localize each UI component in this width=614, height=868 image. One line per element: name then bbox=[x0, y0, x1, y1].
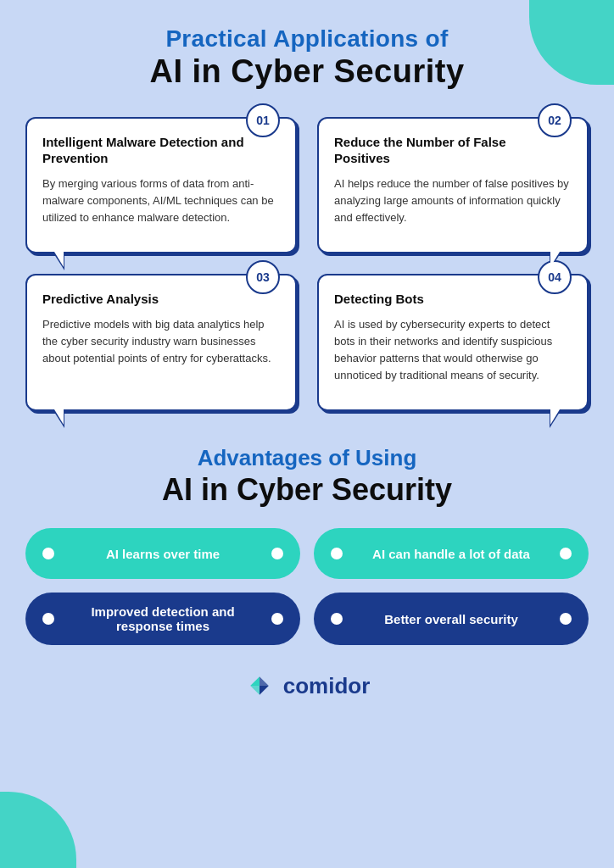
logo-text: comidor bbox=[283, 673, 371, 699]
card-1: 01 Intelligent Malware Detection and Pre… bbox=[25, 117, 297, 253]
advantages-header: Advantages of Using AI in Cyber Security bbox=[25, 445, 589, 508]
pill-dot-left-4 bbox=[331, 613, 343, 625]
advantage-pill-3: Improved detection and response times bbox=[25, 593, 300, 645]
card-number-1: 01 bbox=[246, 103, 280, 137]
card-text-3: Predictive models with big data analytic… bbox=[42, 316, 280, 367]
advantages-section: Advantages of Using AI in Cyber Security… bbox=[25, 445, 589, 645]
advantage-pill-4: Better overall security bbox=[314, 593, 589, 645]
advantage-text-4: Better overall security bbox=[351, 612, 551, 626]
footer: comidor bbox=[25, 670, 589, 701]
header-title: AI in Cyber Security bbox=[25, 53, 589, 92]
pill-dot-right-1 bbox=[271, 548, 283, 559]
comidor-logo-icon bbox=[244, 670, 275, 701]
svg-marker-2 bbox=[260, 676, 269, 686]
blob-bottom-left bbox=[0, 792, 76, 868]
pill-dot-right-3 bbox=[271, 613, 283, 625]
advantage-pill-1: AI learns over time bbox=[25, 528, 300, 579]
card-text-1: By merging various forms of data from an… bbox=[42, 175, 280, 226]
card-text-2: AI helps reduce the number of false posi… bbox=[334, 175, 572, 226]
card-title-1: Intelligent Malware Detection and Preven… bbox=[42, 134, 263, 167]
svg-marker-1 bbox=[260, 686, 269, 695]
advantages-grid: AI learns over time AI can handle a lot … bbox=[25, 528, 589, 645]
pill-dot-right-4 bbox=[560, 613, 572, 625]
pill-dot-left-2 bbox=[331, 548, 343, 559]
card-number-3: 03 bbox=[246, 260, 280, 294]
page-header: Practical Applications of AI in Cyber Se… bbox=[25, 25, 589, 92]
pill-dot-right-2 bbox=[560, 548, 572, 559]
svg-marker-0 bbox=[250, 676, 260, 686]
advantage-text-2: AI can handle a lot of data bbox=[351, 547, 551, 561]
card-title-3: Predictive Analysis bbox=[42, 291, 263, 308]
pill-dot-left-1 bbox=[42, 548, 54, 559]
advantage-text-3: Improved detection and response times bbox=[63, 604, 263, 633]
card-number-2: 02 bbox=[538, 103, 572, 137]
card-text-4: AI is used by cybersecurity experts to d… bbox=[334, 316, 572, 385]
advantages-title: AI in Cyber Security bbox=[25, 471, 589, 508]
advantage-text-1: AI learns over time bbox=[63, 547, 263, 561]
card-3: 03 Predictive Analysis Predictive models… bbox=[25, 274, 297, 411]
pill-dot-left-3 bbox=[42, 613, 54, 625]
card-title-2: Reduce the Number of False Positives bbox=[334, 134, 555, 167]
cards-grid: 01 Intelligent Malware Detection and Pre… bbox=[25, 117, 589, 411]
header-subtitle: Practical Applications of bbox=[25, 25, 589, 53]
svg-marker-3 bbox=[250, 686, 260, 695]
advantages-subtitle: Advantages of Using bbox=[25, 445, 589, 471]
card-4: 04 Detecting Bots AI is used by cybersec… bbox=[317, 274, 589, 411]
card-title-4: Detecting Bots bbox=[334, 291, 555, 308]
advantage-pill-2: AI can handle a lot of data bbox=[314, 528, 589, 579]
card-2: 02 Reduce the Number of False Positives … bbox=[317, 117, 589, 253]
